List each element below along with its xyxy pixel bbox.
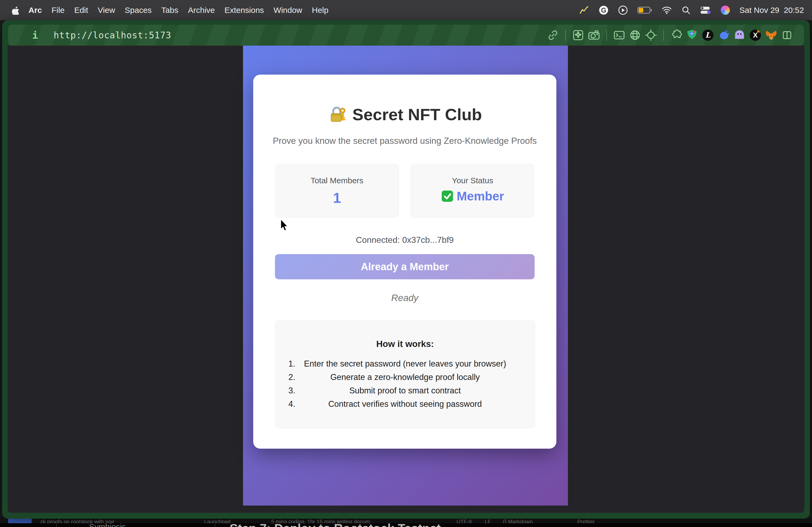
globe-icon[interactable] <box>629 29 641 41</box>
stat-value: Member <box>457 189 504 204</box>
stat-label: Your Status <box>411 176 534 185</box>
menu-item-extensions[interactable]: Extensions <box>224 6 264 15</box>
battery-icon[interactable] <box>637 7 652 14</box>
url-bar[interactable]: http://localhost:5173 <box>54 30 171 41</box>
menu-item-edit[interactable]: Edit <box>74 6 88 15</box>
stat-your-status: Your Status Member <box>410 164 535 218</box>
how-it-works-heading: How it works: <box>275 339 535 349</box>
how-it-works-box: How it works: 1. Enter the secret passwo… <box>275 320 535 428</box>
mouse-cursor <box>280 219 289 234</box>
camera-icon[interactable] <box>588 29 600 41</box>
browser-toolbar: i http://localhost:5173 <box>8 25 804 46</box>
step-number: 2. <box>288 373 295 382</box>
secret-nft-club-card: Secret NFT Club Prove you know the secre… <box>253 75 556 449</box>
image-icon[interactable] <box>572 29 584 41</box>
stat-label: Total Members <box>275 176 399 185</box>
step-number: 3. <box>288 386 295 395</box>
svg-text:L: L <box>706 31 711 39</box>
stocks-icon[interactable] <box>579 6 589 15</box>
how-step: 3. Submit proof to smart contract <box>275 386 535 395</box>
check-mark-emoji-icon <box>441 190 453 202</box>
control-center-icon[interactable] <box>700 6 711 14</box>
menu-item-file[interactable]: File <box>52 6 64 15</box>
split-view-icon[interactable] <box>781 29 793 41</box>
step-text: Contract verifies without seeing passwor… <box>275 399 535 409</box>
play-circle-icon[interactable] <box>618 5 628 15</box>
terminal-icon[interactable] <box>613 29 625 41</box>
background-doc-heading: Step 7: Deploy to Rootstock Testnet <box>230 521 441 527</box>
background-divider <box>56 523 57 527</box>
menu-item-archive[interactable]: Archive <box>188 6 215 15</box>
search-icon[interactable] <box>682 6 691 15</box>
x-app-icon[interactable]: X <box>749 29 762 41</box>
wifi-icon[interactable] <box>662 6 672 14</box>
browser-window: i http://localhost:5173 <box>2 20 810 519</box>
how-step: 1. Enter the secret password (never leav… <box>275 359 535 369</box>
macos-menu-bar: Arc File Edit View Spaces Tabs Archive E… <box>0 0 812 20</box>
how-step: 4. Contract verifies without seeing pass… <box>275 399 535 409</box>
status-text: Ready <box>253 292 556 303</box>
toolbar-divider <box>565 30 566 41</box>
menu-item-view[interactable]: View <box>98 6 115 15</box>
step-text: Submit proof to smart contract <box>275 386 535 395</box>
menu-app-name[interactable]: Arc <box>28 6 42 15</box>
menu-item-tabs[interactable]: Tabs <box>161 6 178 15</box>
loom-icon[interactable]: L <box>702 29 714 41</box>
stat-total-members: Total Members 1 <box>275 164 399 218</box>
page-subtitle: Prove you know the secret password using… <box>253 136 556 146</box>
step-number: 4. <box>288 399 295 409</box>
apple-menu-icon[interactable] <box>11 6 19 15</box>
phantom-ghost-icon[interactable] <box>733 29 746 41</box>
metamask-fox-icon[interactable] <box>765 29 777 41</box>
background-divider <box>215 523 215 527</box>
crosshair-icon[interactable] <box>645 29 657 41</box>
svg-text:X: X <box>753 31 758 39</box>
step-text: Generate a zero-knowledge proof locally <box>275 373 535 382</box>
menu-item-help[interactable]: Help <box>312 6 329 15</box>
desktop: zk proofs on rootstock with noir Launchp… <box>0 0 812 527</box>
svg-text:G: G <box>601 6 606 14</box>
link-icon[interactable] <box>547 29 559 41</box>
toolbar-divider <box>663 30 664 41</box>
step-number: 1. <box>288 359 295 369</box>
step-text: Enter the secret password (never leaves … <box>275 359 535 369</box>
adguard-shield-icon[interactable] <box>686 29 698 41</box>
menu-bar-clock[interactable]: Sat Nov 29 20:52 <box>740 6 804 15</box>
background-tab-label[interactable]: Symbiosis <box>81 522 134 527</box>
site-info-icon[interactable]: i <box>32 30 38 41</box>
menu-item-spaces[interactable]: Spaces <box>125 6 152 15</box>
toolbar-divider <box>606 30 607 41</box>
page-title: Secret NFT Club <box>352 105 482 124</box>
page-gradient-background: Secret NFT Club Prove you know the secre… <box>243 46 568 506</box>
connected-address: Connected: 0x37cb...7bf9 <box>253 235 556 245</box>
bluebird-icon[interactable] <box>717 29 730 41</box>
grammarly-icon[interactable]: G <box>599 5 608 15</box>
siri-icon[interactable] <box>721 6 730 15</box>
browser-viewport: Secret NFT Club Prove you know the secre… <box>8 46 804 513</box>
background-statusbar-remote-segment[interactable] <box>8 518 32 523</box>
extensions-puzzle-icon[interactable] <box>670 29 682 41</box>
lock-emoji-icon <box>328 105 347 124</box>
how-step: 2. Generate a zero-knowledge proof local… <box>275 373 535 382</box>
already-a-member-button[interactable]: Already a Member <box>275 254 535 279</box>
stat-value: 1 <box>275 190 399 206</box>
menu-item-window[interactable]: Window <box>274 6 302 15</box>
